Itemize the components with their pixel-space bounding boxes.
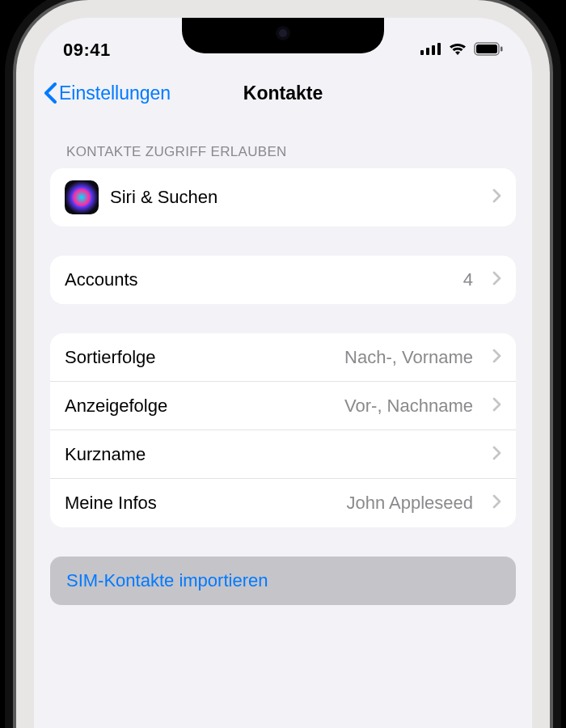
row-label-short: Kurzname [65,444,146,465]
battery-icon [474,42,503,59]
section-header-access: KONTAKTE ZUGRIFF ERLAUBEN [50,126,516,168]
group-accounts: Accounts 4 [50,256,516,304]
screen: 09:41 Einstellungen Kontakte [34,18,532,728]
nav-bar: Einstellungen Kontakte [34,66,532,120]
svg-rect-2 [432,45,435,55]
group-action: SIM-Kontakte importieren [50,557,516,605]
settings-content: KONTAKTE ZUGRIFF ERLAUBEN Siri & Suchen … [34,120,532,605]
wifi-icon [448,41,467,59]
row-label-accounts: Accounts [65,269,138,290]
svg-rect-6 [501,46,503,51]
chevron-right-icon [492,397,501,415]
cellular-icon [420,42,441,58]
row-sort-order[interactable]: Sortierfolge Nach-, Vorname [50,333,516,382]
status-time: 09:41 [63,40,111,61]
group-sorting: Sortierfolge Nach-, Vorname Anzeigefolge… [50,333,516,527]
chevron-right-icon [492,349,501,366]
notch [182,18,384,53]
svg-rect-1 [426,48,429,55]
chevron-right-icon [492,446,501,463]
back-button[interactable]: Einstellungen [44,83,171,104]
siri-icon [65,180,99,214]
svg-rect-0 [420,50,424,55]
group-access: Siri & Suchen [50,168,516,226]
svg-rect-5 [476,44,497,53]
phone-frame: 09:41 Einstellungen Kontakte [16,0,550,728]
chevron-left-icon [44,83,57,104]
row-display-order[interactable]: Anzeigefolge Vor-, Nachname [50,382,516,430]
chevron-right-icon [492,188,501,206]
row-my-info[interactable]: Meine Infos John Appleseed [50,479,516,527]
chevron-right-icon [492,494,501,512]
svg-rect-3 [437,43,441,55]
row-accounts[interactable]: Accounts 4 [50,256,516,304]
back-label: Einstellungen [59,83,171,104]
row-value-display: Vor-, Nachname [344,396,473,417]
row-value-sort: Nach-, Vorname [344,347,473,368]
row-label-sort: Sortierfolge [65,347,156,368]
row-short-name[interactable]: Kurzname [50,430,516,479]
import-sim-button[interactable]: SIM-Kontakte importieren [50,557,516,605]
row-siri-search[interactable]: Siri & Suchen [50,168,516,226]
row-label-siri: Siri & Suchen [110,187,218,208]
chevron-right-icon [492,271,501,289]
row-label-display: Anzeigefolge [65,396,167,417]
row-label-me: Meine Infos [65,493,157,514]
row-value-me: John Appleseed [346,493,473,514]
row-value-accounts: 4 [463,269,473,290]
